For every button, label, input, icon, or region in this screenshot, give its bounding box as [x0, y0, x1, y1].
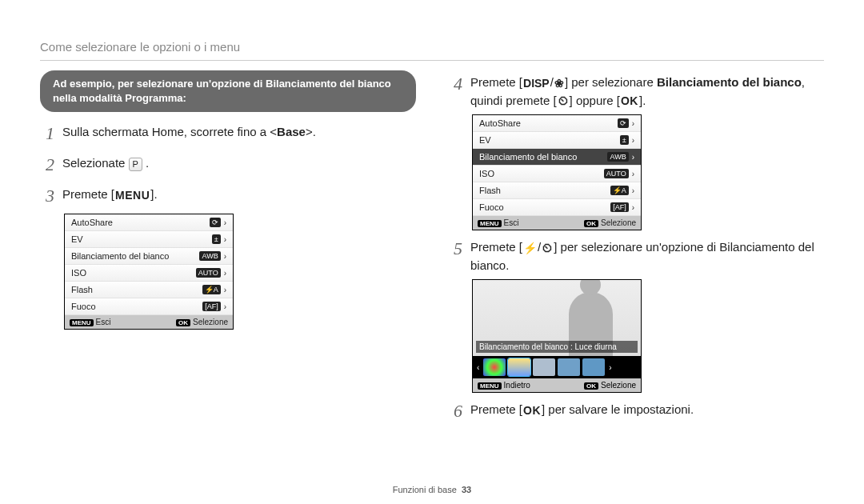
example-callout: Ad esempio, per selezionare un'opzione d… — [40, 70, 416, 112]
wb-thumb — [558, 358, 580, 376]
step-num: 1 — [40, 120, 54, 146]
wb-thumb — [533, 358, 555, 376]
menu-row-autoshare: AutoShare⟳ › — [473, 115, 641, 132]
menu-row-iso: ISOAUTO › — [473, 166, 641, 182]
camera-menu-b: AutoShare⟳ › EV± › Bilanciamento del bia… — [472, 114, 642, 230]
arrow-left-icon: ‹ — [475, 363, 481, 372]
step-text: Premete [DISP/❀] per selezionare Bilanci… — [470, 70, 824, 110]
menu-row-ev: EV± › — [473, 132, 641, 149]
ok-key-icon: OK — [522, 402, 542, 419]
menu-footer: MENUEsci OKSelezione — [65, 315, 233, 329]
section-title: Come selezionare le opzioni o i menu — [40, 40, 824, 54]
step-text: Premete [⚡/⏲] per selezionare un'opzione… — [470, 235, 824, 274]
timer-key-icon: ⏲ — [541, 240, 554, 257]
wb-thumb — [483, 358, 506, 376]
wb-footer: MENUIndietro OKSelezione — [473, 378, 641, 392]
mode-dial-icon: P — [129, 158, 142, 171]
menu-row-focus: Fuoco[AF] › — [65, 298, 233, 315]
wb-label: Bilanciamento del bianco : Luce diurna — [476, 341, 638, 353]
timer-key-icon: ⏲ — [557, 93, 570, 110]
step-text: Selezionate P . — [62, 151, 149, 173]
menu-row-iso: ISOAUTO › — [65, 265, 233, 282]
step-5: 5 Premete [⚡/⏲] per selezionare un'opzio… — [448, 235, 824, 274]
ok-key-icon: OK — [620, 93, 639, 110]
step-3: 3 Premete [MENU]. — [40, 182, 416, 209]
menu-row-wb-selected: Bilanciamento del biancoAWB › — [473, 149, 641, 166]
step-6: 6 Premete [OK] per salvare le impostazio… — [448, 398, 824, 424]
right-column: 4 Premete [DISP/❀] per selezionare Bilan… — [448, 70, 824, 429]
menu-row-flash: Flash⚡A › — [473, 182, 641, 199]
step-num: 2 — [40, 151, 54, 178]
preview-image: Bilanciamento del bianco : Luce diurna — [473, 280, 641, 356]
step-1: 1 Sulla schermata Home, scorrete fino a … — [40, 120, 416, 146]
step-num: 3 — [40, 182, 54, 209]
arrow-right-icon: › — [607, 363, 613, 372]
step-num: 4 — [448, 70, 462, 97]
divider — [40, 60, 824, 61]
wb-option-strip: ‹ › — [473, 356, 641, 378]
menu-key-icon: MENU — [114, 187, 150, 204]
wb-thumb — [582, 358, 605, 376]
page-footer: Funzioni di base 33 — [0, 485, 864, 494]
step-num: 5 — [448, 235, 462, 262]
macro-key-icon: ❀ — [554, 75, 565, 92]
menu-row-flash: Flash⚡A › — [65, 282, 233, 298]
step-num: 6 — [448, 398, 462, 424]
menu-row-wb: Bilanciamento del biancoAWB › — [65, 248, 233, 265]
menu-row-autoshare: AutoShare⟳ › — [65, 214, 233, 231]
disp-key-icon: DISP — [522, 75, 550, 92]
wb-preview: Bilanciamento del bianco : Luce diurna ‹… — [472, 279, 642, 393]
step-4: 4 Premete [DISP/❀] per selezionare Bilan… — [448, 70, 824, 110]
left-column: Ad esempio, per selezionare un'opzione d… — [40, 70, 416, 429]
flash-key-icon: ⚡ — [522, 240, 538, 257]
camera-menu-a: AutoShare⟳ › EV± › Bilanciamento del bia… — [64, 214, 234, 330]
step-text: Premete [OK] per salvare le impostazioni… — [470, 398, 694, 419]
step-text: Premete [MENU]. — [62, 182, 158, 204]
menu-row-focus: Fuoco[AF] › — [473, 199, 641, 216]
menu-footer: MENUEsci OKSelezione — [473, 216, 641, 230]
menu-row-ev: EV± › — [65, 231, 233, 248]
wb-thumb-selected — [508, 358, 530, 376]
step-text: Sulla schermata Home, scorrete fino a <B… — [62, 120, 316, 142]
step-2: 2 Selezionate P . — [40, 151, 416, 178]
